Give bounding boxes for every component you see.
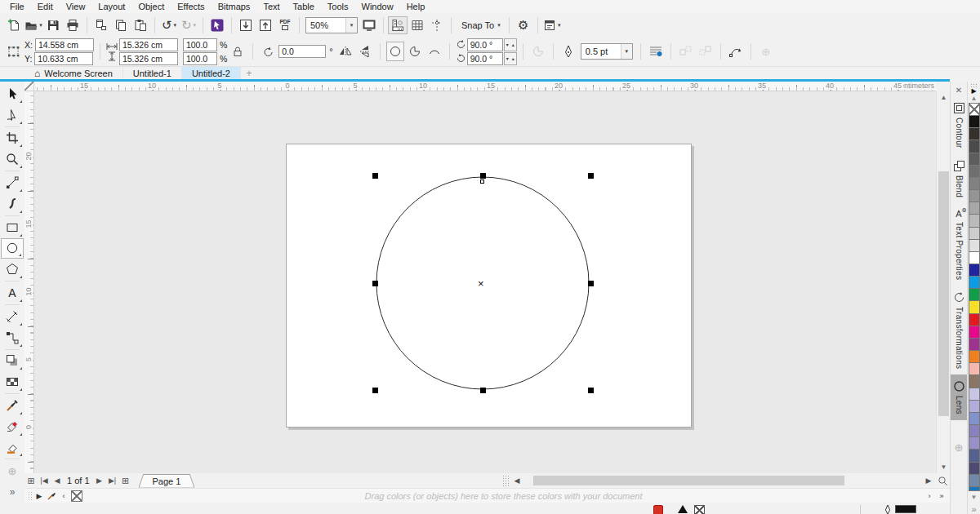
scroll-left-icon[interactable]: ◀ [510, 474, 523, 487]
palette-more-icon[interactable]: » [937, 490, 947, 502]
artistic-media-tool[interactable] [1, 193, 24, 215]
mirror-vertical-icon[interactable] [356, 42, 374, 61]
horizontal-ruler[interactable]: centimeters 15105051015202530354045 [34, 82, 936, 91]
color-swatch[interactable] [969, 140, 980, 153]
no-color-swatch[interactable] [969, 103, 980, 116]
print-button[interactable] [63, 16, 82, 34]
color-swatch[interactable] [969, 486, 980, 491]
color-swatch[interactable] [969, 388, 980, 401]
paste-button[interactable] [131, 16, 150, 34]
selection-handle-top-right[interactable] [588, 173, 594, 179]
undo-button[interactable]: ↺▾ [159, 16, 179, 34]
dimension-tool[interactable] [1, 306, 24, 327]
interactive-fill-tool[interactable] [1, 416, 24, 437]
menu-window[interactable]: Window [355, 2, 400, 11]
vertical-ruler[interactable]: 20151050 [24, 91, 34, 473]
color-swatch[interactable] [969, 300, 980, 313]
color-swatch[interactable] [969, 462, 980, 475]
polygon-tool[interactable] [1, 259, 24, 280]
add-tools-button[interactable]: ⊕ [1, 460, 24, 481]
color-swatch[interactable] [969, 251, 980, 264]
docker-tab-text-properties[interactable]: A⚙Text Properties [951, 203, 968, 286]
copy-button[interactable] [111, 16, 131, 34]
new-document-button[interactable] [4, 16, 24, 34]
docker-tab-lens[interactable]: Lens [951, 374, 968, 420]
pie-button[interactable] [406, 42, 424, 61]
palette-scroll-down-icon[interactable]: ▼ [971, 494, 978, 501]
color-swatch[interactable] [969, 326, 980, 339]
color-swatch[interactable] [969, 214, 980, 227]
pick-tool[interactable] [1, 83, 24, 104]
palette-eyedropper-icon[interactable] [47, 490, 56, 502]
mirror-horizontal-icon[interactable] [336, 42, 354, 61]
vertical-scroll-thumb[interactable] [938, 171, 949, 416]
ellipse-button[interactable] [386, 42, 404, 61]
color-swatch[interactable] [969, 362, 980, 375]
scroll-right-icon[interactable]: ▶ [922, 474, 935, 487]
menu-text[interactable]: Text [256, 2, 286, 11]
selection-handle-bottom-center[interactable] [480, 388, 486, 393]
color-eyedropper-tool[interactable] [1, 395, 24, 416]
palette-grip[interactable] [28, 491, 32, 501]
add-page-after-button[interactable]: ⊞ [119, 474, 132, 487]
add-docker-icon[interactable]: ⊕ [955, 441, 964, 454]
color-swatch[interactable] [969, 115, 980, 128]
object-center-mark[interactable]: × [478, 277, 484, 290]
ellipse-tool[interactable] [1, 238, 24, 259]
rotation-angle-field[interactable]: 0.0 [278, 45, 326, 58]
redo-button[interactable]: ↻▾ [179, 16, 198, 34]
full-screen-preview-button[interactable] [359, 16, 379, 34]
menu-help[interactable]: Help [400, 2, 432, 11]
selection-handle-top-center[interactable] [480, 173, 486, 179]
color-swatch[interactable] [969, 449, 980, 462]
scale-x-field[interactable]: 100.0 [183, 38, 217, 51]
color-swatch[interactable] [969, 412, 980, 425]
color-swatch[interactable] [969, 374, 980, 388]
document-tab-untitled-1[interactable]: Untitled-1 [123, 67, 182, 79]
snap-to-button[interactable]: Snap To▾ [456, 16, 505, 34]
starting-angle-spinner[interactable]: ▾▴ [504, 38, 517, 51]
toolbox-overflow-button[interactable]: » [1, 481, 24, 503]
cut-button[interactable] [91, 16, 111, 34]
arc-button[interactable] [425, 42, 443, 61]
close-icon[interactable]: ✕ [956, 83, 962, 96]
palette-scroll-left-icon[interactable]: ‹ [59, 490, 69, 502]
no-color-swatch[interactable] [71, 490, 82, 502]
crop-tool[interactable] [1, 128, 24, 149]
options-button[interactable]: ⚙ [514, 16, 533, 34]
page-tab[interactable]: Page 1 [139, 474, 195, 488]
scroll-down-icon[interactable]: ▼ [937, 461, 951, 473]
ellipse-node[interactable] [480, 179, 484, 184]
menu-effects[interactable]: Effects [171, 2, 211, 11]
menu-file[interactable]: File [3, 2, 31, 11]
ruler-origin-button[interactable] [24, 82, 34, 91]
palette-more-icon[interactable]: » [971, 504, 976, 514]
selection-handle-middle-right[interactable] [588, 281, 594, 286]
scale-y-field[interactable]: 100.0 [183, 52, 217, 65]
import-button[interactable] [236, 16, 256, 34]
color-swatch[interactable] [969, 227, 980, 240]
shape-tool[interactable] [1, 104, 24, 126]
starting-angle-field[interactable]: 90.0 ° [467, 38, 503, 51]
y-position-field[interactable]: 10.633 cm [34, 52, 93, 65]
selection-handle-top-left[interactable] [372, 173, 378, 179]
color-swatch[interactable] [969, 189, 980, 202]
color-swatch[interactable] [969, 153, 980, 166]
freehand-tool[interactable] [1, 172, 24, 193]
menu-view[interactable]: View [60, 2, 92, 11]
color-swatch[interactable] [969, 202, 980, 215]
show-guidelines-button[interactable] [427, 16, 447, 34]
publish-pdf-button[interactable]: PDF [275, 16, 295, 34]
outline-width-combo[interactable]: 0.5 pt ▾ [581, 43, 633, 60]
lock-ratio-icon[interactable] [229, 42, 247, 61]
last-page-button[interactable]: ▶| [106, 474, 119, 487]
show-rulers-button[interactable] [388, 16, 408, 34]
rectangle-tool[interactable] [1, 217, 24, 238]
color-swatch[interactable] [969, 350, 980, 363]
previous-page-button[interactable]: ◀ [51, 474, 64, 487]
color-swatch[interactable] [969, 424, 980, 437]
color-swatch[interactable] [969, 165, 980, 178]
docker-tab-transformations[interactable]: Transformations [951, 286, 968, 374]
document-tab-untitled-2[interactable]: Untitled-2 [182, 67, 241, 79]
text-tool[interactable]: A [1, 282, 24, 304]
